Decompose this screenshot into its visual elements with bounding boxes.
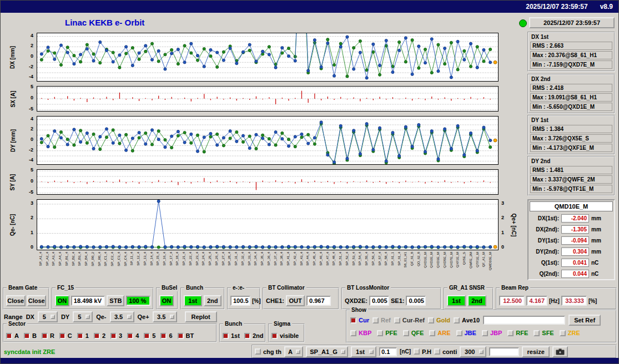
y-tick-label: 2 xyxy=(31,43,33,48)
dy-1st-stats: DY 1st RMS : 1.384 Max : 3.726@QX5E_S Mi… xyxy=(527,115,615,155)
sector-checkboxes: ABRC123456BT xyxy=(6,332,194,339)
checkbox-indicator xyxy=(350,330,356,336)
monitor-unit: mm xyxy=(591,226,601,232)
show-checkbox-kbp[interactable]: KBP xyxy=(350,330,371,336)
charge-plot xyxy=(37,199,499,250)
chg-th-checkbox[interactable]: chg th xyxy=(255,348,281,355)
x-axis-label: SP_C1_4 xyxy=(104,252,107,266)
bunch-2nd-button[interactable]: 2nd xyxy=(204,295,222,306)
checkbox-label: SFE xyxy=(542,330,553,336)
qxd2e-value: 0.005 xyxy=(369,296,389,306)
bunch-checkbox-2nd[interactable]: 2nd xyxy=(244,332,264,339)
misc-entry[interactable] xyxy=(489,347,519,356)
x-axis-label: S8_61_H1 xyxy=(404,252,407,267)
che1-value: 0.967 xyxy=(306,296,331,306)
y-tick-label: 0 xyxy=(31,244,33,250)
bunch-1st-button[interactable]: 1st xyxy=(184,295,202,306)
fc15-on-button[interactable]: ON xyxy=(55,295,69,306)
fc15-kv-display: 18.498 kV xyxy=(71,296,105,306)
monitor-row: Q(2nd):0.044nC xyxy=(529,268,614,279)
checkbox-indicator xyxy=(456,330,462,336)
show-checkbox-jbe[interactable]: JBE xyxy=(456,330,476,336)
ee-ratio-panel: e-:e- 100.5 [%] xyxy=(227,287,260,310)
che1-out-button[interactable]: OUT xyxy=(286,295,305,306)
checkbox-label: 1 xyxy=(85,332,89,339)
ee-ratio-unit: [%] xyxy=(252,298,261,304)
show-checkbox-jbp[interactable]: JBP xyxy=(482,330,502,336)
sector-checkbox-3[interactable]: 3 xyxy=(110,332,122,339)
beam-gate-close-button-1[interactable]: Close xyxy=(6,295,26,306)
x-axis-label: SP_52_4 xyxy=(345,252,349,266)
y-tick-label: 3 xyxy=(31,200,33,206)
bunch-select[interactable]: 1st xyxy=(351,346,376,357)
sector-checkbox-c[interactable]: C xyxy=(59,332,72,339)
sector-checkbox-2[interactable]: 2 xyxy=(94,332,105,339)
x-axis-label: SP_57_4 xyxy=(378,252,381,266)
fc15-stb-button[interactable]: STB xyxy=(107,295,124,306)
replot-button[interactable]: Replot xyxy=(185,311,217,322)
camera-button[interactable] xyxy=(552,346,568,357)
busel-on-button[interactable]: ON xyxy=(159,295,174,306)
x-axis-label: SP_25_4 xyxy=(208,252,212,266)
bunch-checkbox-1st[interactable]: 1st xyxy=(223,332,240,339)
range-qep-label: Qe+ xyxy=(138,314,149,320)
show-checkbox-zre[interactable]: ZRE xyxy=(560,330,580,336)
sector-checkbox-4[interactable]: 4 xyxy=(127,332,139,339)
conti-checkbox[interactable]: conti xyxy=(434,348,457,355)
range-dx-select[interactable]: 5 xyxy=(38,311,58,322)
range-qep-select[interactable]: 3.5 xyxy=(153,311,177,322)
dy-2nd-stats: DY 2nd RMS : 1.481 Max : 3.337@QWFE_2M M… xyxy=(527,156,615,196)
range-dy-select[interactable]: 5 xyxy=(73,311,93,322)
show-checkbox-qfe[interactable]: QFE xyxy=(403,330,424,336)
monitor-value: 0.304 xyxy=(561,247,589,256)
threshold-entry[interactable] xyxy=(379,347,397,356)
ref-entry[interactable] xyxy=(483,316,565,325)
show-checkbox-ave10[interactable]: Ave10 xyxy=(454,317,480,323)
sector-checkbox-b[interactable]: B xyxy=(24,332,37,339)
set-ref-button[interactable]: Set Ref xyxy=(568,315,601,326)
x-axis-label: SP_56_4 xyxy=(371,252,375,266)
stats-title: DY 2nd xyxy=(530,158,612,165)
snsr-1st-button[interactable]: 1st xyxy=(447,295,466,306)
checkbox-label: PFE xyxy=(385,330,397,336)
stats-rms: RMS : 2.663 xyxy=(530,42,612,50)
sector-checkbox-6[interactable]: 6 xyxy=(160,332,172,339)
x-axis-label: SP_24_4 xyxy=(202,252,205,266)
show-checkbox-cur-ref[interactable]: Cur-Ref xyxy=(394,317,425,323)
sector-checkbox-r[interactable]: R xyxy=(42,332,54,339)
x-axis-label: QXD7E_M xyxy=(450,252,453,268)
sigma-checkbox-visible[interactable]: visible xyxy=(271,332,299,339)
show-checkbox-ref[interactable]: Ref xyxy=(373,317,391,323)
interval-select[interactable]: 300 xyxy=(460,346,486,357)
sector-checkbox-1[interactable]: 1 xyxy=(77,332,89,339)
show-checkbox-rfe[interactable]: RFE xyxy=(507,330,528,336)
checkbox-indicator xyxy=(110,333,117,339)
sector-checkbox-a[interactable]: A xyxy=(6,332,19,339)
monitor-value: -2.040 xyxy=(561,214,589,223)
show-checkbox-gold[interactable]: Gold xyxy=(428,317,450,323)
sector-select[interactable]: A xyxy=(284,346,303,357)
show-checkbox-sfe[interactable]: SFE xyxy=(534,330,553,336)
snsr-2nd-button[interactable]: 2nd xyxy=(467,295,486,306)
resize-button[interactable]: resize xyxy=(522,346,550,357)
ph-checkbox[interactable]: P.H xyxy=(414,348,431,355)
sx-steering-plot xyxy=(37,86,499,112)
range-qem-select[interactable]: 3.5 xyxy=(110,311,134,322)
beam-gate-close-button-2[interactable]: Close xyxy=(27,295,47,306)
show-checkbox-are[interactable]: ARE xyxy=(429,330,450,336)
bottom-toolbar: chg th A SP_A1_G 1st [nC] P.H conti 300 … xyxy=(251,345,617,358)
show-checkbox-pfe[interactable]: PFE xyxy=(377,330,397,336)
x-axis-label: QXD5E_M xyxy=(443,252,446,268)
device-select[interactable]: SP_A1_G xyxy=(306,346,348,357)
checkbox-label: 5 xyxy=(152,332,155,339)
show-checkbox-cur[interactable]: Cur xyxy=(350,317,369,323)
monitor-unit: mm xyxy=(591,215,601,221)
bpm-monitor-name[interactable]: QMD10E_M xyxy=(530,201,613,211)
dropdown-indicator xyxy=(85,315,90,319)
x-axis-label: SP_B4_4 xyxy=(84,252,88,266)
checkbox-indicator xyxy=(350,317,356,323)
stats-max: Max : 3.337@QWFE_2M xyxy=(530,175,612,184)
sector-checkbox-5[interactable]: 5 xyxy=(144,332,155,339)
top-title-bar: 2025/12/07 23:59:57 v8.9 xyxy=(1,1,618,13)
sector-checkbox-bt[interactable]: BT xyxy=(178,332,194,339)
